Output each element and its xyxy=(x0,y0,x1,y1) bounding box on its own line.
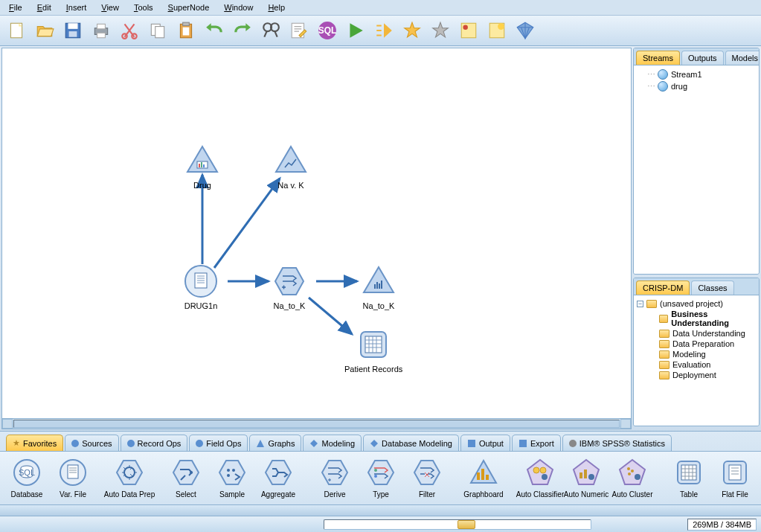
find-icon[interactable] xyxy=(259,19,283,42)
folder-icon xyxy=(659,371,670,379)
menu-help[interactable]: Help xyxy=(262,1,291,13)
ptab-graphs[interactable]: Graphs xyxy=(249,435,301,451)
palette-node[interactable]: Sample xyxy=(214,458,250,499)
node-natok-derive[interactable]: Na_to_K xyxy=(272,264,306,310)
open-folder-icon[interactable] xyxy=(33,19,57,42)
palette-node[interactable]: Var. File xyxy=(55,458,91,499)
palette-node[interactable]: SQLDatabase xyxy=(9,458,45,499)
stream-canvas[interactable]: Drug Na v. K DRUG1n Na_to_K Na_to_K Pati xyxy=(2,48,631,418)
palette-node[interactable]: Auto Classifier xyxy=(522,458,558,499)
ptab-recordops[interactable]: Record Ops xyxy=(121,435,188,451)
tab-streams[interactable]: Streams xyxy=(636,51,680,65)
node-shape-icon xyxy=(617,458,647,487)
print-icon[interactable] xyxy=(89,19,113,42)
palette-label: Filter xyxy=(419,490,435,499)
phase-item[interactable]: Data Understanding xyxy=(637,328,756,339)
node-patient-records[interactable]: Patient Records xyxy=(344,327,402,374)
ptab-favorites[interactable]: ★Favorites xyxy=(6,435,63,451)
tab-crispdm[interactable]: CRISP-DM xyxy=(636,281,690,295)
phase-label: Business Understanding xyxy=(671,310,754,327)
save-icon[interactable] xyxy=(61,19,85,42)
stream-item[interactable]: ⋯drug xyxy=(637,80,756,92)
menu-window[interactable]: Window xyxy=(218,1,259,13)
menu-view[interactable]: View xyxy=(95,1,125,13)
redo-icon[interactable] xyxy=(231,19,254,42)
svg-point-22 xyxy=(498,23,504,30)
tab-models[interactable]: Models xyxy=(725,51,760,65)
undo-icon[interactable] xyxy=(202,19,226,42)
menu-edit[interactable]: Edit xyxy=(31,1,57,13)
palette-node[interactable]: Aggregate xyxy=(260,458,296,499)
palette-label: Auto Numeric xyxy=(564,490,609,499)
paste-icon[interactable] xyxy=(174,19,198,42)
copy-icon[interactable] xyxy=(146,19,170,42)
status-bar: 269MB / 384MB xyxy=(0,516,761,532)
ptab-export[interactable]: Export xyxy=(512,435,561,451)
canvas-hscroll[interactable] xyxy=(2,418,631,429)
collapse-icon[interactable]: − xyxy=(637,301,643,307)
palette-node[interactable]: Auto Cluster xyxy=(614,458,650,499)
ptab-sources[interactable]: Sources xyxy=(65,435,118,451)
ptab-modeling[interactable]: Modeling xyxy=(303,435,362,451)
node-shape-icon xyxy=(115,458,144,487)
star-icon[interactable] xyxy=(428,19,452,42)
note-icon[interactable] xyxy=(485,19,509,42)
connector[interactable] xyxy=(214,179,280,268)
run-selection-icon[interactable] xyxy=(372,19,396,42)
slider-handle[interactable] xyxy=(457,520,475,529)
menu-supernode[interactable]: SuperNode xyxy=(162,1,216,13)
palette-node[interactable]: Auto Numeric xyxy=(568,458,604,499)
node-shape-icon xyxy=(525,458,555,487)
new-file-icon[interactable] xyxy=(4,19,28,42)
sql-icon[interactable]: SQL xyxy=(315,19,339,42)
stream-icon xyxy=(658,69,668,80)
tab-classes[interactable]: Classes xyxy=(691,281,733,295)
gem-icon[interactable] xyxy=(513,19,537,42)
menu-tools[interactable]: Tools xyxy=(128,1,159,13)
palette-node[interactable]: Select xyxy=(168,458,204,499)
menu-insert[interactable]: Insert xyxy=(60,1,93,13)
palette-node[interactable]: Flat File xyxy=(717,458,753,499)
svg-rect-51 xyxy=(486,475,489,480)
phase-item[interactable]: Evaluation xyxy=(637,359,756,370)
node-navk-graph[interactable]: Na v. K xyxy=(274,144,308,190)
menu-file[interactable]: File xyxy=(3,1,28,13)
phase-item[interactable]: Data Preparation xyxy=(637,339,756,349)
stream-item[interactable]: ⋯Stream1 xyxy=(637,68,756,80)
palette-node[interactable]: Type xyxy=(363,458,399,499)
phase-item[interactable]: Business Understanding xyxy=(637,309,756,328)
palette-node[interactable]: Auto Data Prep xyxy=(112,458,147,499)
run-icon[interactable] xyxy=(344,19,367,42)
project-root[interactable]: −(unsaved project) xyxy=(637,298,756,309)
streams-tree[interactable]: ⋯Stream1 ⋯drug xyxy=(634,65,759,274)
svg-point-48 xyxy=(374,475,377,478)
palette-node[interactable]: Graphboard xyxy=(466,458,501,499)
svg-point-59 xyxy=(631,469,634,472)
node-drug1n-source[interactable]: DRUG1n xyxy=(184,264,218,310)
favorite-star-icon[interactable] xyxy=(400,19,424,42)
ptab-dbmodeling[interactable]: Database Modeling xyxy=(363,435,459,451)
tab-outputs[interactable]: Outputs xyxy=(681,51,724,65)
node-drug-graph[interactable]: Drug xyxy=(185,144,219,190)
workspace: Drug Na v. K DRUG1n Na_to_K Na_to_K Pati xyxy=(0,46,761,431)
palette-node[interactable]: Derive xyxy=(317,458,353,499)
pin-icon[interactable] xyxy=(457,19,481,42)
cut-icon[interactable] xyxy=(118,19,141,42)
palette-node[interactable]: Filter xyxy=(409,458,445,499)
ptab-fieldops[interactable]: Field Ops xyxy=(189,435,248,451)
edit-note-icon[interactable] xyxy=(287,19,311,42)
folder-icon xyxy=(659,340,670,348)
node-shape-icon xyxy=(720,458,750,487)
ptab-spss[interactable]: IBM® SPSS® Statistics xyxy=(562,435,672,451)
palette-hscroll[interactable] xyxy=(0,505,761,516)
crispdm-tree[interactable]: −(unsaved project) Business Understandin… xyxy=(634,295,759,426)
phase-item[interactable]: Deployment xyxy=(637,370,756,380)
palette-node[interactable]: Table xyxy=(671,458,707,499)
svg-point-60 xyxy=(628,472,631,475)
ptab-label: Modeling xyxy=(321,439,355,448)
phase-item[interactable]: Modeling xyxy=(637,349,756,359)
status-slider[interactable] xyxy=(324,519,591,530)
node-natok-graph[interactable]: Na_to_K xyxy=(362,264,396,310)
ptab-output[interactable]: Output xyxy=(460,435,510,451)
ptab-label: Sources xyxy=(82,439,112,448)
